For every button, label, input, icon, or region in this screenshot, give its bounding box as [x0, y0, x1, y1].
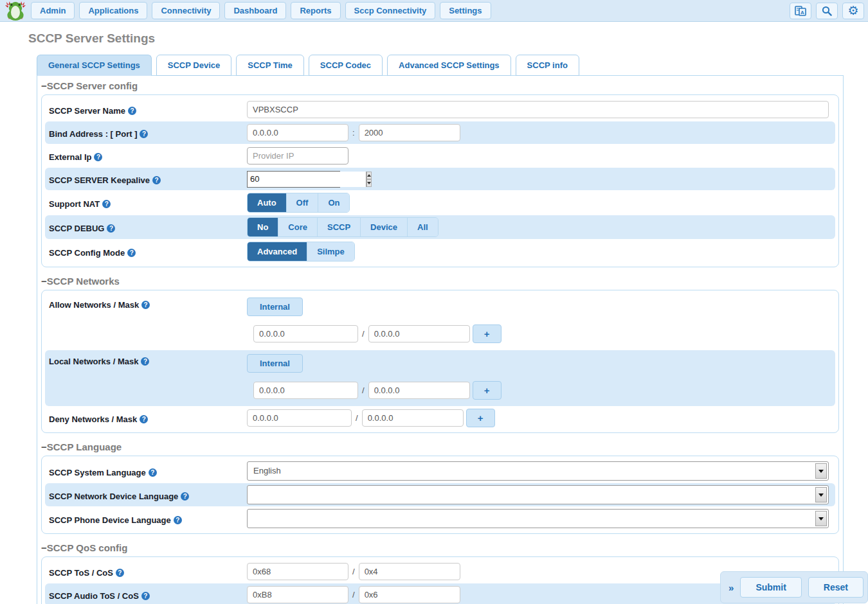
add-network-button[interactable]: + — [473, 324, 502, 343]
sccp-audio-tos-cos-input-1[interactable] — [247, 586, 348, 603]
network-input-row: /+ — [253, 324, 502, 343]
external-ip-input[interactable] — [247, 147, 348, 164]
help-icon[interactable]: ? — [181, 492, 189, 501]
sccp-phone-device-language-select[interactable] — [247, 509, 829, 528]
search-button[interactable] — [816, 3, 838, 19]
help-icon[interactable]: ? — [141, 301, 150, 309]
dropdown-arrow-icon — [815, 463, 827, 479]
field-control: AdvancedSilmpe — [247, 242, 831, 262]
internal-button[interactable]: Internal — [247, 298, 303, 316]
nav-item-settings[interactable]: Settings — [440, 2, 491, 19]
help-icon[interactable]: ? — [141, 592, 150, 600]
nav-item-applications[interactable]: Applications — [79, 2, 147, 19]
option-auto[interactable]: Auto — [248, 193, 286, 212]
field-label-text: SCCP Network Device Language — [49, 492, 178, 501]
bind-address-port-input-2[interactable] — [359, 124, 460, 141]
allow-networks-mask-mask-input[interactable] — [368, 325, 470, 342]
tab-advanced-sccp-settings[interactable]: Advanced SCCP Settings — [387, 55, 511, 76]
sccp-audio-tos-cos-input-2[interactable] — [359, 586, 460, 603]
local-networks-mask-network-input[interactable] — [253, 382, 358, 399]
nav-item-admin[interactable]: Admin — [31, 2, 75, 19]
support-nat-toggle-group: AutoOffOn — [247, 193, 350, 213]
bind-address-port-input-1[interactable] — [247, 124, 348, 141]
sccp-server-name-input[interactable] — [247, 101, 829, 118]
help-icon[interactable]: ? — [116, 569, 124, 577]
help-icon[interactable]: ? — [141, 357, 149, 366]
add-network-button[interactable]: + — [466, 409, 495, 427]
nav-item-sccp-connectivity[interactable]: Sccp Connectivity — [345, 2, 436, 19]
submit-button[interactable]: Submit — [740, 577, 801, 598]
form-row-sccp-server-keepalive: SCCP SERVER Keepalive? — [45, 168, 835, 190]
collapse-icon[interactable]: − — [41, 542, 47, 553]
search-icon — [822, 6, 832, 16]
sccp-network-device-language-select[interactable] — [247, 485, 829, 504]
local-networks-mask-mask-input[interactable] — [368, 382, 470, 399]
collapse-icon[interactable]: − — [41, 276, 47, 287]
option-all[interactable]: All — [407, 218, 438, 236]
field-label: SCCP DEBUG? — [49, 221, 247, 233]
nav-menu: AdminApplicationsConnectivityDashboardRe… — [31, 2, 790, 19]
field-label: Allow Networks / Mask? — [49, 298, 247, 310]
field-label-text: Allow Networks / Mask — [49, 300, 139, 310]
section-title: SCCP Language — [47, 441, 122, 452]
section-panel-sccp-qos-config: SCCP ToS / CoS?/SCCP Audio ToS / CoS?/SC… — [41, 556, 839, 604]
help-icon[interactable]: ? — [140, 415, 148, 423]
section-title: SCCP Server config — [47, 80, 138, 91]
form-row-deny-networks-mask: Deny Networks / Mask?/+ — [45, 407, 835, 429]
collapse-icon[interactable]: − — [41, 441, 47, 452]
section-header-sccp-language: −SCCP Language — [37, 438, 843, 454]
sccp-tos-cos-input-1[interactable] — [247, 563, 348, 580]
field-control: Internal/+ — [247, 354, 831, 400]
freepbx-frog-logo[interactable] — [4, 1, 27, 21]
tab-sccp-codec[interactable]: SCCP Codec — [309, 55, 383, 76]
help-icon[interactable]: ? — [174, 516, 182, 524]
tab-sccp-device[interactable]: SCCP Device — [156, 55, 231, 76]
collapse-chevron-icon[interactable]: » — [728, 582, 734, 593]
language-button[interactable]: A — [790, 3, 811, 19]
tab-sccp-time[interactable]: SCCP Time — [236, 55, 304, 76]
sccp-system-language-select[interactable]: English — [247, 461, 829, 481]
deny-networks-mask-mask-input[interactable] — [362, 409, 464, 427]
allow-networks-mask-network-input[interactable] — [253, 325, 358, 342]
option-on[interactable]: On — [318, 193, 349, 212]
deny-networks-mask-network-input[interactable] — [247, 409, 352, 427]
option-no[interactable]: No — [248, 218, 278, 236]
internal-button[interactable]: Internal — [247, 354, 303, 373]
reset-button[interactable]: Reset — [808, 577, 863, 598]
nav-item-reports[interactable]: Reports — [291, 2, 340, 19]
field-label-text: SCCP DEBUG — [49, 224, 104, 233]
help-icon[interactable]: ? — [152, 176, 161, 184]
field-control: /+ — [247, 409, 831, 427]
field-label: SCCP System Language? — [49, 465, 247, 477]
spinner-down-icon[interactable] — [366, 179, 372, 187]
tab-sccp-info[interactable]: SCCP info — [516, 55, 579, 76]
collapse-icon[interactable]: − — [41, 80, 47, 91]
sccp-server-keepalive-input[interactable] — [248, 172, 366, 187]
help-icon[interactable]: ? — [94, 153, 102, 161]
tab-bar: General SCCP SettingsSCCP DeviceSCCP Tim… — [37, 55, 868, 75]
sccp-tos-cos-input-2[interactable] — [359, 563, 460, 580]
option-device[interactable]: Device — [360, 218, 407, 236]
nav-item-connectivity[interactable]: Connectivity — [152, 2, 220, 19]
spinner-up-icon[interactable] — [366, 172, 372, 179]
help-icon[interactable]: ? — [127, 249, 136, 257]
field-label-text: Support NAT — [49, 199, 100, 209]
option-silmpe[interactable]: Silmpe — [307, 242, 354, 261]
help-icon[interactable]: ? — [102, 200, 111, 208]
option-sccp[interactable]: SCCP — [317, 218, 360, 236]
help-icon[interactable]: ? — [128, 107, 136, 115]
network-input-row: /+ — [247, 409, 495, 427]
option-advanced[interactable]: Advanced — [248, 242, 307, 261]
settings-gear-button[interactable]: ⚙ — [842, 3, 864, 19]
form-row-sccp-phone-device-language: SCCP Phone Device Language? — [45, 507, 835, 530]
help-icon[interactable]: ? — [140, 130, 148, 138]
tab-general-sccp-settings[interactable]: General SCCP Settings — [37, 55, 152, 76]
help-icon[interactable]: ? — [107, 224, 115, 233]
field-label: SCCP SERVER Keepalive? — [49, 173, 247, 185]
nav-item-dashboard[interactable]: Dashboard — [224, 2, 286, 19]
option-core[interactable]: Core — [278, 218, 317, 236]
form-row-local-networks-mask: Local Networks / Mask?Internal/+ — [45, 350, 835, 406]
help-icon[interactable]: ? — [149, 468, 157, 477]
add-network-button[interactable]: + — [473, 381, 502, 400]
option-off[interactable]: Off — [286, 193, 318, 212]
